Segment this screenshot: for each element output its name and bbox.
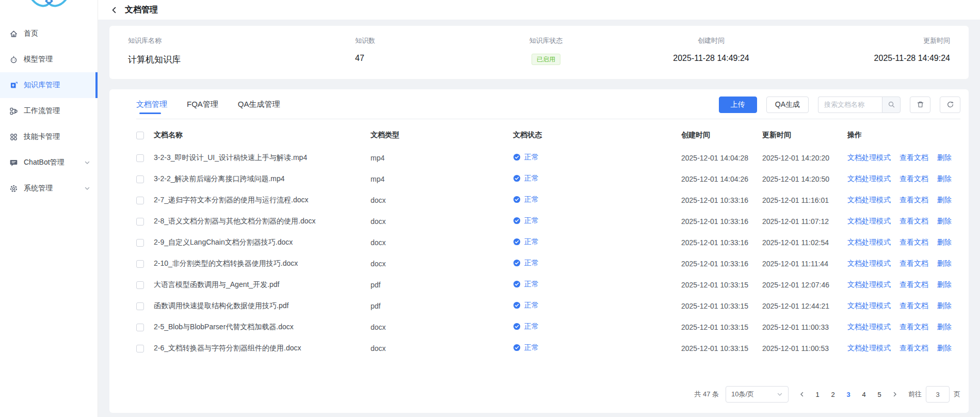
sidebar-item-label: 模型管理 bbox=[24, 55, 53, 64]
view-doc-link[interactable]: 查看文档 bbox=[899, 238, 928, 246]
delete-doc-link[interactable]: 删除 bbox=[937, 174, 952, 183]
row-checkbox[interactable] bbox=[136, 239, 144, 247]
delete-doc-link[interactable]: 删除 bbox=[937, 196, 952, 204]
doc-process-mode-link[interactable]: 文档处理模式 bbox=[847, 344, 891, 352]
sidebar-item-system[interactable]: 系统管理 bbox=[0, 175, 98, 201]
sidebar-item-model[interactable]: 模型管理 bbox=[0, 46, 98, 72]
view-doc-link[interactable]: 查看文档 bbox=[899, 280, 928, 288]
sidebar-item-chatbot[interactable]: ChatBot管理 bbox=[0, 150, 98, 175]
row-checkbox[interactable] bbox=[136, 154, 144, 162]
column-header-created: 创建时间 bbox=[681, 119, 762, 147]
doc-process-mode-link[interactable]: 文档处理模式 bbox=[847, 196, 891, 204]
sidebar-item-home[interactable]: 首页 bbox=[0, 21, 98, 46]
app-window: 首页 模型管理 知 bbox=[0, 0, 980, 417]
delete-doc-link[interactable]: 删除 bbox=[937, 259, 952, 267]
check-circle-icon bbox=[513, 259, 521, 267]
select-all-checkbox[interactable] bbox=[136, 132, 144, 139]
delete-selected-button[interactable] bbox=[910, 97, 930, 113]
table-row: 函数调用快速提取结构化数据使用技巧.pdf pdf 正常 2025-12-01 … bbox=[136, 295, 960, 316]
status-badge: 已启用 bbox=[532, 54, 560, 65]
sidebar-item-workflow[interactable]: 工作流管理 bbox=[0, 98, 98, 124]
row-checkbox[interactable] bbox=[136, 302, 144, 310]
sidebar-item-label: 系统管理 bbox=[24, 184, 53, 193]
doc-process-mode-link[interactable]: 文档处理模式 bbox=[847, 153, 891, 162]
row-checkbox[interactable] bbox=[136, 218, 144, 226]
delete-doc-link[interactable]: 删除 bbox=[937, 217, 952, 225]
row-checkbox[interactable] bbox=[136, 260, 144, 268]
info-value: 2025-11-28 14:49:24 bbox=[618, 54, 804, 63]
doc-status: 正常 bbox=[513, 174, 539, 183]
workflow-icon bbox=[9, 107, 18, 116]
row-checkbox[interactable] bbox=[136, 324, 144, 331]
prev-page-button[interactable] bbox=[795, 387, 809, 402]
doc-process-mode-link[interactable]: 文档处理模式 bbox=[847, 323, 891, 331]
delete-doc-link[interactable]: 删除 bbox=[937, 238, 952, 246]
view-doc-link[interactable]: 查看文档 bbox=[899, 217, 928, 225]
doc-updated-time: 2025-12-01 11:00:33 bbox=[762, 323, 829, 331]
page-number[interactable]: 5 bbox=[873, 387, 886, 402]
doc-created-time: 2025-12-01 10:33:15 bbox=[681, 281, 748, 289]
delete-doc-link[interactable]: 删除 bbox=[937, 301, 952, 310]
doc-name: 大语言模型函数调用与_Agent_开发.pdf bbox=[154, 280, 280, 288]
search-button[interactable] bbox=[882, 97, 901, 113]
check-circle-icon bbox=[513, 280, 521, 288]
row-checkbox[interactable] bbox=[136, 281, 144, 289]
chevron-right-icon bbox=[892, 391, 898, 397]
delete-doc-link[interactable]: 删除 bbox=[937, 344, 952, 352]
tab-fqa-management[interactable]: FQA管理 bbox=[187, 95, 218, 119]
sidebar-item-label: 工作流管理 bbox=[24, 106, 60, 116]
goto-page: 前往 页 bbox=[908, 386, 960, 403]
view-doc-link[interactable]: 查看文档 bbox=[899, 259, 928, 267]
table-row: 3-2-2_解决前后端分离接口跨域问题.mp4 mp4 正常 2025-12-0… bbox=[136, 168, 960, 189]
doc-process-mode-link[interactable]: 文档处理模式 bbox=[847, 217, 891, 225]
tab-qa-generation-management[interactable]: QA生成管理 bbox=[238, 95, 280, 119]
row-checkbox[interactable] bbox=[136, 197, 144, 204]
doc-process-mode-link[interactable]: 文档处理模式 bbox=[847, 301, 891, 310]
doc-process-mode-link[interactable]: 文档处理模式 bbox=[847, 280, 891, 288]
row-checkbox[interactable] bbox=[136, 345, 144, 352]
doc-process-mode-link[interactable]: 文档处理模式 bbox=[847, 238, 891, 246]
doc-created-time: 2025-12-01 10:33:16 bbox=[681, 238, 748, 247]
next-page-button[interactable] bbox=[888, 387, 902, 402]
page-header: 文档管理 bbox=[98, 0, 980, 20]
page-number[interactable]: 3 bbox=[842, 387, 855, 402]
tab-document-management[interactable]: 文档管理 bbox=[136, 95, 167, 119]
page-number[interactable]: 4 bbox=[857, 387, 871, 402]
doc-process-mode-link[interactable]: 文档处理模式 bbox=[847, 259, 891, 267]
sidebar-item-knowledge[interactable]: 知识库管理 bbox=[0, 72, 98, 98]
table-row: 2-7_递归字符文本分割器的使用与运行流程.docx docx 正常 2025-… bbox=[136, 189, 960, 211]
view-doc-link[interactable]: 查看文档 bbox=[899, 196, 928, 204]
doc-type: docx bbox=[371, 323, 386, 331]
info-value: 计算机知识库 bbox=[128, 54, 355, 66]
info-label: 创建时间 bbox=[618, 36, 804, 45]
view-doc-link[interactable]: 查看文档 bbox=[899, 174, 928, 183]
doc-status-label: 正常 bbox=[524, 259, 539, 268]
page-size-select[interactable]: 10条/页 bbox=[726, 386, 789, 403]
refresh-button[interactable] bbox=[940, 97, 960, 113]
table-header-row: 文档名称 文档类型 文档状态 创建时间 更新时间 操作 bbox=[136, 119, 960, 147]
back-chevron-icon bbox=[110, 6, 118, 14]
page-number[interactable]: 2 bbox=[826, 387, 840, 402]
doc-process-mode-link[interactable]: 文档处理模式 bbox=[847, 174, 891, 183]
view-doc-link[interactable]: 查看文档 bbox=[899, 301, 928, 310]
page-number[interactable]: 1 bbox=[811, 387, 824, 402]
logo[interactable] bbox=[0, 0, 98, 18]
back-button[interactable] bbox=[110, 6, 118, 14]
upload-button[interactable]: 上传 bbox=[719, 97, 757, 113]
open-book-logo-icon bbox=[30, 0, 68, 14]
sidebar-item-skill-card[interactable]: 技能卡管理 bbox=[0, 124, 98, 150]
doc-type: mp4 bbox=[371, 175, 384, 183]
view-doc-link[interactable]: 查看文档 bbox=[899, 323, 928, 331]
view-doc-link[interactable]: 查看文档 bbox=[899, 344, 928, 352]
search-input[interactable] bbox=[818, 97, 882, 113]
goto-page-input[interactable] bbox=[926, 386, 950, 403]
qa-generate-button[interactable]: QA生成 bbox=[766, 97, 809, 113]
doc-status: 正常 bbox=[513, 153, 539, 162]
delete-doc-link[interactable]: 删除 bbox=[937, 280, 952, 288]
row-checkbox[interactable] bbox=[136, 175, 144, 183]
delete-doc-link[interactable]: 删除 bbox=[937, 323, 952, 331]
toolbar: 上传 QA生成 bbox=[719, 97, 960, 113]
total-count: 共 47 条 bbox=[694, 390, 719, 399]
view-doc-link[interactable]: 查看文档 bbox=[899, 153, 928, 162]
delete-doc-link[interactable]: 删除 bbox=[937, 153, 952, 162]
